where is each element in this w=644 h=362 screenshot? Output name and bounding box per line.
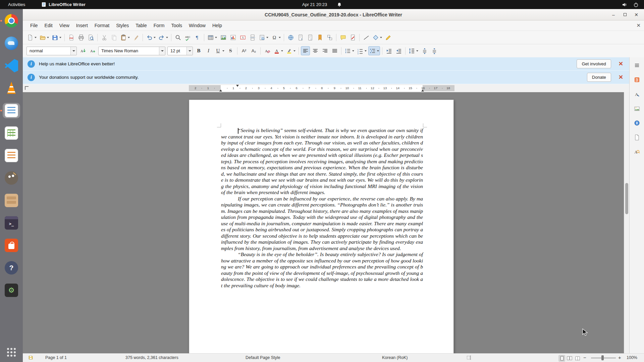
underline-button[interactable]: U <box>214 46 225 55</box>
tab-stop-selector[interactable] <box>25 86 29 90</box>
dock-vlc[interactable] <box>3 80 20 96</box>
first-line-indent-marker[interactable] <box>236 85 239 87</box>
unordered-list-button[interactable] <box>343 46 355 55</box>
horizontal-ruler[interactable]: 12345678910111213141516171821 <box>189 85 454 91</box>
combo-paragraph-style[interactable]: normal <box>26 47 77 55</box>
insert-field-button[interactable] <box>258 33 269 42</box>
copy-button[interactable] <box>109 33 118 42</box>
comment-button[interactable] <box>338 33 347 42</box>
cut-button[interactable] <box>100 33 109 42</box>
find-replace-button[interactable] <box>173 33 182 42</box>
dock-thunderbird[interactable] <box>3 36 20 51</box>
chevron-down-icon[interactable] <box>159 47 165 55</box>
dock-files[interactable] <box>3 193 20 208</box>
bold-button[interactable]: B <box>194 46 203 55</box>
special-character-button[interactable]: Ω <box>270 33 282 42</box>
minimize-button[interactable]: – <box>609 10 618 19</box>
dock-vscode[interactable] <box>3 58 20 73</box>
line-spacing-button[interactable] <box>408 46 419 55</box>
decrease-indent-button[interactable] <box>394 46 403 55</box>
decrease-paragraph-spacing-button[interactable] <box>430 46 439 55</box>
show-applications-button[interactable] <box>7 348 16 357</box>
track-changes-button[interactable] <box>348 33 357 42</box>
clock[interactable]: Apr 21 20:23 <box>302 2 327 7</box>
formatting-marks-button[interactable]: ¶ <box>193 33 202 42</box>
print-button[interactable] <box>76 33 86 42</box>
footnote-button[interactable]: 1 <box>296 33 305 42</box>
superscript-button[interactable]: A² <box>239 46 249 55</box>
paragraph[interactable]: “Seeing is believing” seems self-evident… <box>221 127 423 196</box>
right-indent-marker[interactable] <box>421 89 424 92</box>
page-break-button[interactable] <box>248 33 257 42</box>
align-right-button[interactable] <box>320 46 329 55</box>
insert-line-button[interactable] <box>362 33 371 42</box>
highlight-color-button[interactable] <box>285 46 297 55</box>
update-style-button[interactable]: A <box>78 46 87 55</box>
selection-mode-icon[interactable] <box>466 355 472 362</box>
paste-button[interactable] <box>119 33 131 42</box>
increase-indent-button[interactable] <box>384 46 393 55</box>
sidebar-tab-sidebar-menu[interactable] <box>632 60 642 71</box>
page-number-status[interactable]: Page 1 of 1 <box>45 354 67 362</box>
italic-button[interactable]: I <box>204 46 213 55</box>
zoom-in-button[interactable]: + <box>618 353 621 362</box>
combo-font-size[interactable]: 12 pt <box>167 47 193 55</box>
bookmark-button[interactable] <box>315 33 324 42</box>
endnote-button[interactable]: i <box>306 33 315 42</box>
menu-window[interactable]: Window <box>185 21 209 29</box>
document-page[interactable]: “Seeing is believing” seems self-evident… <box>189 100 454 353</box>
dock-impress[interactable] <box>3 148 20 163</box>
multi-page-view-button[interactable] <box>566 355 573 362</box>
draw-functions-button[interactable] <box>384 33 393 42</box>
subscript-button[interactable]: A₂ <box>249 46 258 55</box>
menu-table[interactable]: Table <box>132 21 150 29</box>
menu-format[interactable]: Format <box>91 21 113 29</box>
align-justified-button[interactable] <box>330 46 339 55</box>
notification-bell-icon[interactable] <box>337 2 342 7</box>
combo-font-name[interactable]: Times New Roman <box>98 47 165 55</box>
single-page-view-button[interactable] <box>558 355 565 362</box>
export-pdf-button[interactable]: PDF <box>67 33 76 42</box>
sidebar-tab-properties[interactable] <box>632 74 642 85</box>
cross-reference-button[interactable] <box>325 33 334 42</box>
infobar-close-icon[interactable]: ✕ <box>619 60 623 67</box>
print-preview-button[interactable] <box>86 33 95 42</box>
sidebar-tab-page[interactable] <box>632 132 642 143</box>
zoom-slider-thumb[interactable] <box>601 355 604 360</box>
strikethrough-button[interactable]: S <box>226 46 235 55</box>
new-style-button[interactable]: A <box>88 46 97 55</box>
menu-tools[interactable]: Tools <box>168 21 185 29</box>
word-count-status[interactable]: 375 words, 2,361 characters <box>125 354 178 362</box>
paragraph[interactable]: “Beauty is in the eye of the beholder”. … <box>221 251 423 289</box>
document-area[interactable]: “Seeing is believing” seems self-evident… <box>23 92 629 353</box>
sidebar-tab-navigator[interactable] <box>632 118 642 128</box>
zoom-percentage[interactable]: 100% <box>627 354 637 362</box>
menu-styles[interactable]: Styles <box>113 21 132 29</box>
align-center-button[interactable] <box>311 46 320 55</box>
menu-insert[interactable]: Insert <box>73 21 91 29</box>
volume-icon[interactable] <box>622 2 627 7</box>
insert-chart-button[interactable] <box>228 33 237 42</box>
chevron-down-icon[interactable] <box>186 47 193 55</box>
page-style-status[interactable]: Default Page Style <box>246 354 280 362</box>
left-indent-marker[interactable] <box>219 89 222 92</box>
sidebar-tab-gallery[interactable] <box>632 103 642 114</box>
sidebar-tab-style-inspector[interactable]: A <box>632 146 642 157</box>
vertical-scrollbar[interactable] <box>624 92 629 353</box>
insert-image-button[interactable] <box>219 33 228 42</box>
dock-terminal[interactable]: >_ <box>3 215 20 231</box>
chevron-down-icon[interactable] <box>70 47 76 55</box>
undo-button[interactable] <box>145 33 157 42</box>
dock-ubuntu-software[interactable] <box>3 238 20 253</box>
new-button[interactable] <box>26 33 38 42</box>
menu-view[interactable]: View <box>56 21 73 29</box>
redo-button[interactable] <box>157 33 169 42</box>
title-bar[interactable]: CCHU9045_Course_Outline_2019-20.docx - L… <box>23 9 644 20</box>
basic-shapes-button[interactable] <box>371 33 383 42</box>
dock-help[interactable]: ? <box>3 260 20 276</box>
dock-chrome[interactable] <box>3 13 20 28</box>
save-button[interactable] <box>51 33 62 42</box>
dock-calc[interactable] <box>3 125 20 141</box>
save-status-icon[interactable] <box>28 355 33 362</box>
scrollbar-thumb[interactable] <box>625 183 628 214</box>
